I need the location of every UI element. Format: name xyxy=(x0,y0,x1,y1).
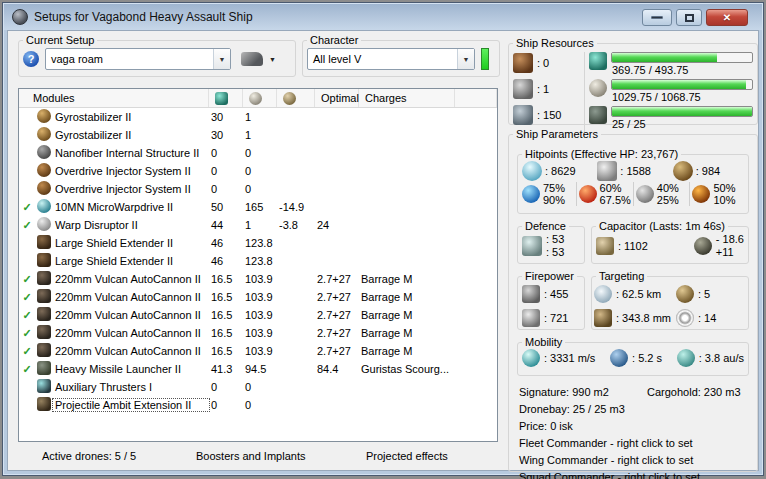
ship-resources-label: Ship Resources xyxy=(513,37,597,49)
em-resist: 75%90% xyxy=(520,182,577,206)
module-powergrid: 0 xyxy=(243,165,277,177)
module-name: 220mm Vulcan AutoCannon II xyxy=(53,309,209,321)
scan-resolution: : 343.8 mm xyxy=(616,312,671,324)
modules-column-header[interactable]: Modules xyxy=(19,89,209,107)
turret-hardpoints-free: : 0 xyxy=(537,57,549,69)
module-icon-cell xyxy=(35,145,53,161)
module-powergrid: 103.9 xyxy=(243,291,277,303)
cpu-column-header[interactable] xyxy=(209,89,243,107)
projected-effects-section[interactable]: Projected effects xyxy=(366,450,448,462)
module-powergrid: 0 xyxy=(243,381,277,393)
help-icon[interactable]: ? xyxy=(23,51,39,67)
close-button[interactable]: ✕ xyxy=(706,9,748,26)
module-optimal: 24 xyxy=(315,219,359,231)
module-cpu: 30 xyxy=(209,111,243,123)
powergrid-icon xyxy=(249,92,262,105)
firepower-group: Firepower : 455 : 721 xyxy=(517,270,585,330)
module-name: 220mm Vulcan AutoCannon II xyxy=(53,273,209,285)
ship-resources-group: Ship Resources : 0 : 1 : 150 369.75 / 49… xyxy=(508,37,758,125)
module-name: Projectile Ambit Extension II xyxy=(53,399,209,411)
signature-stat: Signature: 990 m2 xyxy=(519,384,647,401)
maximize-button[interactable] xyxy=(676,9,702,26)
shield-hp-icon xyxy=(522,161,542,181)
current-setup-label: Current Setup xyxy=(23,34,97,46)
over-module-icon xyxy=(37,181,51,195)
fitted-check-icon: ✓ xyxy=(19,363,35,376)
squad-commander-slot[interactable]: Squad Commander - right click to set xyxy=(519,469,751,479)
module-cpu: 50 xyxy=(209,201,243,213)
module-icon-cell xyxy=(35,199,53,215)
module-row[interactable]: ✓220mm Vulcan AutoCannon II16.5103.92.7+… xyxy=(19,288,497,306)
armor-hp-icon xyxy=(597,161,617,181)
calibration-icon xyxy=(513,105,533,125)
powergrid-icon xyxy=(589,79,607,97)
module-row[interactable]: ✓Warp Disruptor II441-3.824 xyxy=(19,216,497,234)
thermal-resist: 60%67.5% xyxy=(577,182,634,206)
module-cpu: 16.5 xyxy=(209,309,243,321)
module-optimal: 2.7+27 xyxy=(315,273,359,285)
max-targets-icon xyxy=(676,285,694,303)
module-row[interactable]: Overdrive Injector System II00 xyxy=(19,162,497,180)
rigthr-module-icon xyxy=(37,379,51,393)
fleet-commander-slot[interactable]: Fleet Commander - right click to set xyxy=(519,435,751,452)
module-row[interactable]: Gyrostabilizer II301 xyxy=(19,108,497,126)
window-title: Setups for Vagabond Heavy Assault Ship xyxy=(34,10,253,24)
capacitor-drain: - 18.6 xyxy=(716,233,744,246)
fitted-check-icon: ✓ xyxy=(19,327,35,340)
module-powergrid: 0 xyxy=(243,399,277,411)
module-row[interactable]: Overdrive Injector System II00 xyxy=(19,180,497,198)
module-name: Nanofiber Internal Structure II xyxy=(53,147,209,159)
module-charges: Barrage M xyxy=(359,273,497,285)
module-cpu: 41.3 xyxy=(209,363,243,375)
module-name: Large Shield Extender II xyxy=(53,237,209,249)
wing-commander-slot[interactable]: Wing Commander - right click to set xyxy=(519,452,751,469)
module-charges: Guristas Scourg... xyxy=(359,363,497,375)
price-stat: Price: 0 isk xyxy=(519,418,751,435)
over-module-icon xyxy=(37,163,51,177)
module-row[interactable]: Nanofiber Internal Structure II00 xyxy=(19,144,497,162)
module-row[interactable]: ✓220mm Vulcan AutoCannon II16.5103.92.7+… xyxy=(19,342,497,360)
max-targets: : 5 xyxy=(698,288,710,300)
active-drones-section[interactable]: Active drones: 5 / 5 xyxy=(42,450,136,462)
module-row[interactable]: Gyrostabilizer II301 xyxy=(19,126,497,144)
volley-value: : 721 xyxy=(544,312,568,324)
targeting-label: Targeting xyxy=(596,270,647,282)
chevron-down-icon: ▼ xyxy=(457,49,474,69)
module-row[interactable]: Large Shield Extender II46123.8 xyxy=(19,234,497,252)
module-optimal: 2.7+27 xyxy=(315,309,359,321)
explosive-resist-values: 50%10% xyxy=(713,182,735,206)
module-icon-cell xyxy=(35,361,53,377)
capacitor-column-header[interactable] xyxy=(277,89,315,107)
fitted-check-icon: ✓ xyxy=(19,309,35,322)
ship-actions-button[interactable]: ▼ xyxy=(237,50,280,68)
module-row[interactable]: ✓220mm Vulcan AutoCannon II16.5103.92.7+… xyxy=(19,270,497,288)
cargohold-stat: Cargohold: 230 m3 xyxy=(647,384,741,401)
module-icon-cell xyxy=(35,109,53,125)
module-row[interactable]: Large Shield Extender II46123.8 xyxy=(19,252,497,270)
character-select[interactable]: All level V ▼ xyxy=(307,48,475,70)
ac-module-icon xyxy=(37,271,51,285)
setup-select[interactable]: vaga roam ▼ xyxy=(45,48,231,70)
powergrid-column-header[interactable] xyxy=(243,89,277,107)
module-row[interactable]: Auxiliary Thrusters I00 xyxy=(19,378,497,396)
modules-list[interactable]: Modules Optimal Charges Gyrostabilizer I… xyxy=(18,88,498,442)
mwd-module-icon xyxy=(37,199,51,213)
title-bar: Setups for Vagabond Heavy Assault Ship ✕ xyxy=(4,4,762,30)
module-row[interactable]: ✓220mm Vulcan AutoCannon II16.5103.92.7+… xyxy=(19,324,497,342)
minimize-button[interactable] xyxy=(642,9,672,26)
boosters-implants-section[interactable]: Boosters and Implants xyxy=(196,450,305,462)
module-row[interactable]: ✓10MN MicroWarpdrive II50165-14.9 xyxy=(19,198,497,216)
optimal-column-header[interactable]: Optimal xyxy=(315,89,359,107)
module-powergrid: 1 xyxy=(243,111,277,123)
module-row[interactable]: ✓220mm Vulcan AutoCannon II16.5103.92.7+… xyxy=(19,306,497,324)
charges-column-header[interactable]: Charges xyxy=(359,89,455,107)
module-row[interactable]: Projectile Ambit Extension II00 xyxy=(19,396,497,414)
module-row[interactable]: ✓Heavy Missile Launcher II41.394.584.4Gu… xyxy=(19,360,497,378)
maximize-icon xyxy=(685,14,694,22)
ship-tool-icon xyxy=(241,52,263,66)
ac-module-icon xyxy=(37,325,51,339)
module-name: Heavy Missile Launcher II xyxy=(53,363,209,375)
module-powergrid: 165 xyxy=(243,201,277,213)
module-powergrid: 103.9 xyxy=(243,327,277,339)
capacitor-amount: : 1102 xyxy=(618,240,648,252)
